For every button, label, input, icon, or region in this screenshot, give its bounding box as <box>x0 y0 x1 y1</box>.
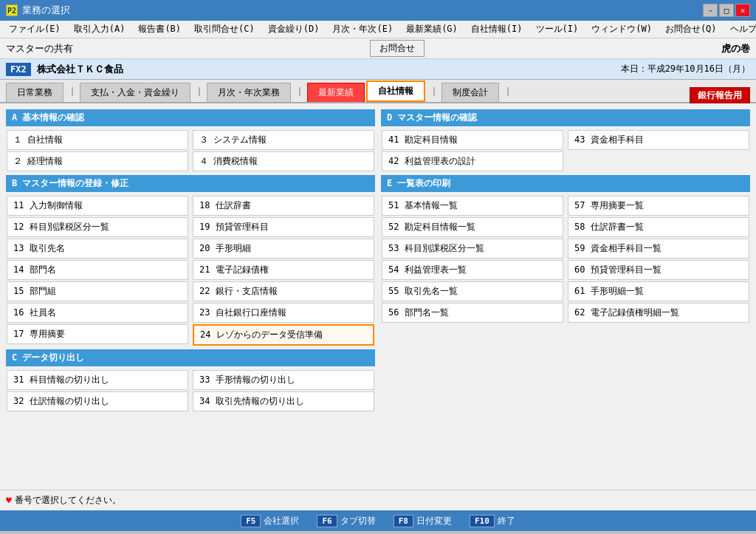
top-panels: A 基本情報の確認 １ 自社情報 ２ 経理情報 ３ システム情報 ４ 消費税情報… <box>6 109 750 172</box>
fn-f10-label: 終了 <box>498 515 515 527</box>
section-c-items: 31 科目情報の切り出し 32 仕訳情報の切り出し 33 手形情報の切り出し 3… <box>6 369 375 412</box>
fn-f5-label: 会社選択 <box>264 515 299 527</box>
tab-payment[interactable]: 支払・入金・資金繰り <box>80 83 190 102</box>
status-text: 番号で選択してください。 <box>15 494 121 507</box>
status-bar: ♥ 番号で選択してください。 <box>0 490 756 510</box>
menu-item-53[interactable]: 53 科目別課税区分一覧 <box>382 239 563 259</box>
toolbar-left: マスターの共有 <box>6 42 73 55</box>
menu-item-23[interactable]: 23 自社銀行口座情報 <box>193 303 374 323</box>
fn-bar: F5 会社選択 F6 タブ切替 F8 日付変更 F10 終了 <box>0 510 756 531</box>
restore-button[interactable]: □ <box>719 4 734 17</box>
section-e-items: 51 基本情報一覧 52 勘定科目情報一覧 53 科目別課税区分一覧 54 利益… <box>381 195 750 324</box>
menu-torihiki[interactable]: 取引入力(A) <box>68 21 131 37</box>
menu-item-1[interactable]: １ 自社情報 <box>7 130 188 150</box>
menu-item-57[interactable]: 57 専用摘要一覧 <box>568 196 749 216</box>
tab-seido[interactable]: 制度会計 <box>441 83 499 102</box>
menu-item-12[interactable]: 12 科目別課税区分一覧 <box>7 217 188 237</box>
menu-help[interactable]: ヘルプ(H) <box>724 21 756 37</box>
fn-f5[interactable]: F5 会社選択 <box>241 515 299 527</box>
menu-tool[interactable]: ツール(I) <box>530 21 585 37</box>
middle-panels: B マスター情報の登録・修正 11 入力制御情報 12 科目別課税区分一覧 13… <box>6 175 750 346</box>
fn-f8[interactable]: F8 日付変更 <box>394 515 452 527</box>
menu-item-41[interactable]: 41 勘定科目情報 <box>382 130 563 150</box>
menu-window[interactable]: ウィンドウ(W) <box>585 21 658 37</box>
section-c-col2: 33 手形情報の切り出し 34 取引先情報の切り出し <box>192 369 375 412</box>
fn-f6[interactable]: F6 タブ切替 <box>317 515 375 527</box>
menu-item-31[interactable]: 31 科目情報の切り出し <box>7 370 188 390</box>
menu-item-61[interactable]: 61 手形明細一覧 <box>568 281 749 301</box>
menu-item-3[interactable]: ３ システム情報 <box>193 130 374 150</box>
section-e-col1: 51 基本情報一覧 52 勘定科目情報一覧 53 科目別課税区分一覧 54 利益… <box>381 195 564 324</box>
menu-item-54[interactable]: 54 利益管理表一覧 <box>382 260 563 280</box>
menu-item-18[interactable]: 18 仕訳辞書 <box>193 196 374 216</box>
menu-item-42[interactable]: 42 利益管理表の設計 <box>382 151 563 171</box>
status-heart-icon: ♥ <box>6 495 12 506</box>
bank-report-button[interactable]: 銀行報告用 <box>690 87 750 103</box>
menu-item-59[interactable]: 59 資金相手科目一覧 <box>568 239 749 259</box>
menu-item-33[interactable]: 33 手形情報の切り出し <box>193 370 374 390</box>
menu-saishingyo[interactable]: 最新業績(G) <box>400 21 464 37</box>
section-d: D マスター情報の確認 41 勘定科目情報 42 利益管理表の設計 43 資金相… <box>381 109 750 172</box>
fn-f10[interactable]: F10 終了 <box>470 515 515 527</box>
section-b-header: B マスター情報の登録・修正 <box>6 175 375 192</box>
menu-item-22[interactable]: 22 銀行・支店情報 <box>193 281 374 301</box>
menu-item-15[interactable]: 15 部門組 <box>7 281 188 301</box>
company-row: FX2 株式会社ＴＫＣ食品 本日：平成29年10月16日（月） <box>0 59 756 80</box>
toolbar-right: 虎の巻 <box>721 42 750 55</box>
menu-item-13[interactable]: 13 取引先名 <box>7 239 188 259</box>
menu-inquiry[interactable]: お問合せ(Q) <box>659 21 723 37</box>
menu-item-21[interactable]: 21 電子記録債権 <box>193 260 374 280</box>
menu-item-52[interactable]: 52 勘定科目情報一覧 <box>382 217 563 237</box>
date-text: 本日：平成29年10月16日（月） <box>621 64 750 74</box>
menu-item-11[interactable]: 11 入力制御情報 <box>7 196 188 216</box>
tab-daily[interactable]: 日常業務 <box>6 83 63 102</box>
minimize-button[interactable]: － <box>703 4 718 17</box>
menu-jishainfo[interactable]: 自社情報(I) <box>465 21 529 37</box>
menu-hokokusho[interactable]: 報告書(B) <box>132 21 187 37</box>
menu-item-24[interactable]: 24 レゾからのデータ受信準備 <box>193 324 374 346</box>
section-d-header: D マスター情報の確認 <box>381 109 750 126</box>
toolbar-center: お問合せ <box>370 40 425 57</box>
menu-item-55[interactable]: 55 取引先名一覧 <box>382 281 563 301</box>
fn-f10-badge: F10 <box>470 515 495 527</box>
window-title: 業務の選択 <box>22 4 70 17</box>
tab-company[interactable]: 自社情報 <box>366 81 425 102</box>
menu-item-17[interactable]: 17 専用摘要 <box>7 324 188 344</box>
section-c-header: C データ切り出し <box>6 349 375 366</box>
main-content: A 基本情報の確認 １ 自社情報 ２ 経理情報 ３ システム情報 ４ 消費税情報… <box>0 103 756 490</box>
menu-file[interactable]: ファイル(E) <box>3 21 66 37</box>
menu-item-32[interactable]: 32 仕訳情報の切り出し <box>7 391 188 411</box>
menu-bar: ファイル(E) 取引入力(A) 報告書(B) 取引問合せ(C) 資金繰り(D) … <box>0 21 756 38</box>
tabs-left: 日常業務 ｜ 支払・入金・資金繰り ｜ 月次・年次業務 ｜ 最新業績 自社情報 … <box>6 81 515 102</box>
menu-item-34[interactable]: 34 取引先情報の切り出し <box>193 391 374 411</box>
section-e: E 一覧表の印刷 51 基本情報一覧 52 勘定科目情報一覧 53 科目別課税区… <box>381 175 750 346</box>
tabs-right: 銀行報告用 <box>690 89 750 102</box>
menu-item-19[interactable]: 19 預貸管理科目 <box>193 217 374 237</box>
menu-item-14[interactable]: 14 部門名 <box>7 260 188 280</box>
close-button[interactable]: × <box>735 4 750 17</box>
menu-toihawase[interactable]: 取引問合せ(C) <box>188 21 261 37</box>
menu-item-43[interactable]: 43 資金相手科目 <box>568 130 749 150</box>
menu-item-4[interactable]: ４ 消費税情報 <box>193 151 374 171</box>
tab-monthly[interactable]: 月次・年次業務 <box>207 83 291 102</box>
inquiry-button[interactable]: お問合せ <box>370 40 425 57</box>
company-info: FX2 株式会社ＴＫＣ食品 <box>6 63 123 76</box>
menu-item-56[interactable]: 56 部門名一覧 <box>382 303 563 323</box>
section-c: C データ切り出し 31 科目情報の切り出し 32 仕訳情報の切り出し 33 手… <box>6 349 375 412</box>
menu-item-2[interactable]: ２ 経理情報 <box>7 151 188 171</box>
menu-item-60[interactable]: 60 預貸管理科目一覧 <box>568 260 749 280</box>
menu-item-58[interactable]: 58 仕訳辞書一覧 <box>568 217 749 237</box>
menu-item-20[interactable]: 20 手形明細 <box>193 239 374 259</box>
menu-item-51[interactable]: 51 基本情報一覧 <box>382 196 563 216</box>
menu-shikinguri[interactable]: 資金繰り(D) <box>262 21 326 37</box>
tab-latest[interactable]: 最新業績 <box>307 83 365 102</box>
section-d-col1: 41 勘定科目情報 42 利益管理表の設計 <box>381 129 564 172</box>
menu-item-16[interactable]: 16 社員名 <box>7 303 188 323</box>
master-share-label: マスターの共有 <box>6 42 73 55</box>
date-display: 本日：平成29年10月16日（月） <box>621 63 750 75</box>
fx2-badge: FX2 <box>6 63 31 76</box>
menu-item-62[interactable]: 62 電子記録債権明細一覧 <box>568 303 749 323</box>
toolbar: マスターの共有 お問合せ 虎の巻 <box>0 38 756 59</box>
tabs-row: 日常業務 ｜ 支払・入金・資金繰り ｜ 月次・年次業務 ｜ 最新業績 自社情報 … <box>0 80 756 103</box>
menu-monthly[interactable]: 月次・年次(E) <box>326 21 399 37</box>
